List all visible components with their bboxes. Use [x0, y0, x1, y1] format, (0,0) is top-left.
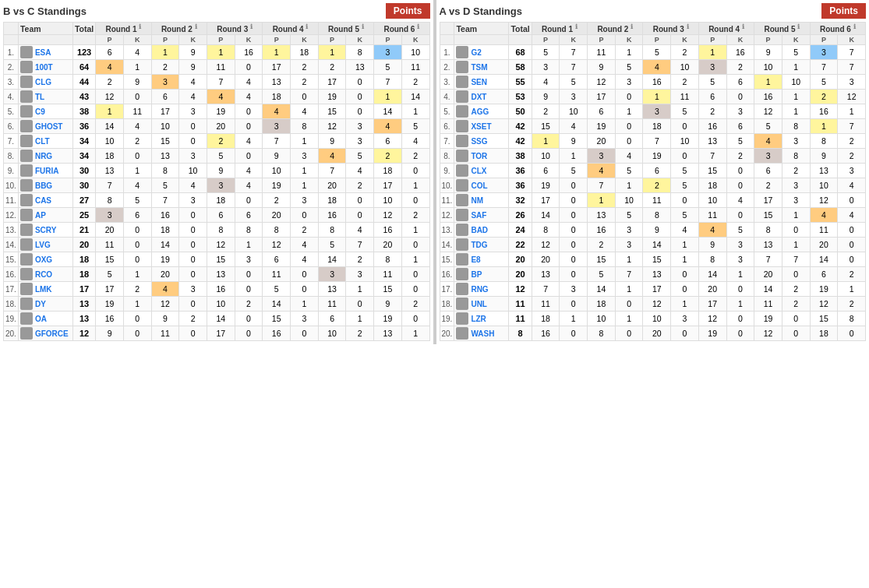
- team-name[interactable]: TDG: [471, 241, 487, 249]
- team-icon: [20, 268, 33, 280]
- team-name[interactable]: E8: [471, 255, 480, 264]
- team-name[interactable]: AP: [35, 211, 46, 220]
- table-row: 9.CLX3665456515062133: [440, 164, 866, 178]
- left-sub-header-row: PK PK PK PK PK PK: [4, 35, 430, 45]
- team-name[interactable]: SCRY: [35, 226, 56, 234]
- team-icon: [456, 90, 468, 103]
- team-cell: ESA: [20, 46, 71, 58]
- team-cell: G2: [456, 46, 507, 58]
- team-name[interactable]: C9: [35, 107, 45, 116]
- team-name[interactable]: BP: [471, 270, 482, 279]
- right-points-button[interactable]: Points: [821, 3, 866, 19]
- team-cell: SEN: [456, 76, 507, 88]
- team-name[interactable]: RCO: [35, 270, 52, 279]
- team-cell: RCO: [20, 268, 71, 280]
- team-name[interactable]: SAF: [471, 211, 486, 220]
- team-name[interactable]: FURIA: [35, 167, 59, 175]
- team-icon: [20, 238, 33, 251]
- team-icon: [20, 194, 33, 206]
- table-row: 14.LVG2011014012112457200: [4, 238, 430, 252]
- right-table-body: 1.G268571115211695372.TSM583795410321017…: [440, 45, 866, 341]
- team-cell: CLX: [456, 164, 507, 177]
- team-name[interactable]: AGG: [471, 107, 489, 116]
- team-cell: DXT: [456, 90, 507, 103]
- team-name[interactable]: SSG: [471, 137, 487, 146]
- team-icon: [20, 46, 33, 58]
- team-name[interactable]: 100T: [35, 63, 53, 72]
- team-icon: [20, 164, 33, 177]
- sh-r3p: P: [207, 35, 235, 45]
- table-row: 18.UNL11110180121171112122: [440, 297, 866, 312]
- sh-r3k: K: [235, 35, 263, 45]
- table-row: 4.DXT539317011160161212: [440, 90, 866, 104]
- table-row: 7.CLT3410215024719364: [4, 134, 430, 149]
- team-cell: SAF: [456, 209, 507, 221]
- team-name[interactable]: XSET: [471, 122, 491, 131]
- right-sub-header-row: PK PK PK PK PK PK: [440, 35, 866, 45]
- table-row: 3.SEN55451231625611053: [440, 75, 866, 90]
- team-cell: TOR: [456, 150, 507, 162]
- r-rank-header: [440, 23, 454, 35]
- team-name[interactable]: CLX: [471, 167, 486, 175]
- team-name[interactable]: BBG: [35, 181, 52, 190]
- table-row: 8.NRG3418013350934522: [4, 149, 430, 164]
- team-name[interactable]: ESA: [35, 48, 51, 57]
- left-standings-table: Team Total Round 1 ℹ Round 2 ℹ Round 3 ℹ…: [3, 22, 430, 341]
- team-cell: TDG: [456, 238, 507, 251]
- team-name[interactable]: LVG: [35, 241, 51, 249]
- team-name[interactable]: DXT: [471, 93, 486, 101]
- table-row: 1.ESA123641911611818310: [4, 45, 430, 60]
- team-name[interactable]: CLT: [35, 137, 50, 146]
- team-cell: LVG: [20, 238, 71, 251]
- total-header: Total: [72, 23, 95, 35]
- team-name[interactable]: G2: [471, 48, 481, 57]
- table-row: 19.OA131609214015361190: [4, 312, 430, 326]
- team-name[interactable]: COL: [471, 181, 487, 190]
- r-round5-header: Round 5 ℹ: [754, 23, 810, 35]
- r-total-header: Total: [509, 23, 532, 35]
- round4-header: Round 4 ℹ: [263, 23, 318, 35]
- team-icon: [20, 90, 33, 103]
- team-cell: GFORCE: [20, 327, 71, 340]
- table-row: 6.XSET421541901801665817: [440, 119, 866, 134]
- team-name[interactable]: WASH: [471, 329, 494, 338]
- team-header: Team: [18, 23, 72, 35]
- team-name[interactable]: SEN: [471, 78, 487, 86]
- table-row: 14.TDG221202314193131200: [440, 238, 866, 252]
- team-name[interactable]: LMK: [35, 285, 52, 294]
- team-name[interactable]: CLG: [35, 78, 51, 86]
- sh-r6p: P: [374, 35, 402, 45]
- left-points-button[interactable]: Points: [386, 3, 430, 19]
- team-name[interactable]: UNL: [471, 300, 487, 308]
- table-row: 11.CAS27857318023180100: [4, 193, 430, 208]
- team-name[interactable]: DY: [35, 300, 46, 308]
- team-name[interactable]: GHOST: [35, 122, 63, 131]
- sh-r5k: K: [346, 35, 374, 45]
- round1-info-icon: ℹ: [139, 23, 141, 30]
- team-name[interactable]: GFORCE: [35, 329, 69, 338]
- team-name[interactable]: OA: [35, 315, 47, 323]
- team-cell: DY: [20, 298, 71, 310]
- sh-r2p: P: [151, 35, 179, 45]
- r-round4-header: Round 4 ℹ: [698, 23, 754, 35]
- table-row: 5.AGG50210613523121161: [440, 104, 866, 119]
- team-name[interactable]: CAS: [35, 196, 51, 205]
- team-name[interactable]: RNG: [471, 285, 488, 294]
- team-name[interactable]: NM: [471, 196, 483, 205]
- sh-r1k: K: [123, 35, 151, 45]
- team-name[interactable]: NRG: [35, 152, 52, 160]
- round5-info-icon: ℹ: [362, 23, 364, 30]
- team-name[interactable]: TOR: [471, 152, 487, 160]
- team-name[interactable]: OXG: [35, 255, 52, 264]
- team-name[interactable]: LZR: [471, 315, 486, 323]
- team-name[interactable]: TL: [35, 93, 44, 101]
- team-icon: [456, 76, 468, 88]
- team-name[interactable]: TSM: [471, 63, 487, 72]
- team-cell: TSM: [456, 61, 507, 73]
- team-icon: [456, 224, 468, 236]
- table-row: 15.E8202001511518377140: [440, 252, 866, 267]
- team-icon: [20, 298, 33, 310]
- team-icon: [456, 120, 468, 132]
- right-standings-table: Team Total Round 1 ℹ Round 2 ℹ Round 3 ℹ…: [440, 22, 867, 341]
- team-name[interactable]: BAD: [471, 226, 488, 234]
